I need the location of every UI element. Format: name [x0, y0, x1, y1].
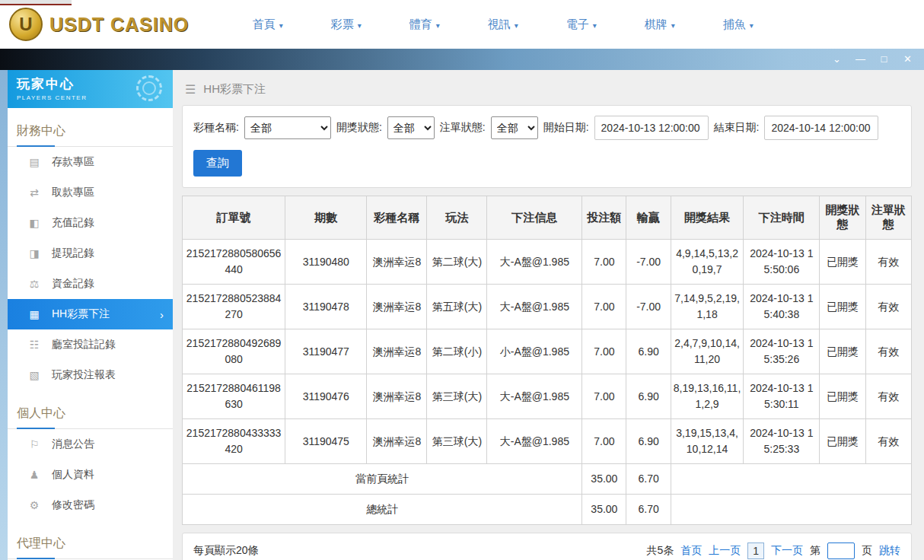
first-page-link[interactable]: 首页: [680, 544, 702, 558]
cell-draw-result: 7,14,9,5,2,19,1,18: [671, 285, 744, 329]
draw-status-select[interactable]: 全部: [387, 116, 435, 139]
cell-play-type: 第三球(大): [427, 419, 487, 464]
cell-bet-time: 2024-10-13 15:50:06: [744, 240, 820, 285]
sidebar-item-recharge-records[interactable]: ◧ 充值記錄: [8, 208, 173, 238]
cell-play-type: 第二球(大): [427, 240, 487, 285]
chevron-down-icon: ▾: [436, 21, 440, 30]
nav-item-lottery[interactable]: 彩票▾: [307, 18, 385, 32]
col-order-status: 注單狀態: [865, 196, 911, 240]
sidebar-item-cashout-records[interactable]: ◨ 提現記錄: [8, 238, 173, 269]
sidebar-item-fund-records[interactable]: ⚖ 資金記錄: [8, 269, 173, 299]
sidebar-item-profile[interactable]: ♟ 個人資料: [8, 460, 173, 490]
nav-item-video[interactable]: 視訊▾: [464, 18, 542, 32]
window-frame-left: [0, 70, 8, 560]
sidebar-item-label: 修改密碼: [52, 498, 94, 512]
table-row: 2152172880580656440 31190480 澳洲幸运8 第二球(大…: [183, 240, 912, 285]
cell-lottery-name: 澳洲幸运8: [367, 419, 427, 464]
sidebar-item-change-password[interactable]: ⚙ 修改密碼: [8, 490, 173, 520]
sidebar-item-player-bet-report[interactable]: ▧ 玩家投注報表: [8, 360, 173, 390]
end-date-input[interactable]: [764, 116, 878, 140]
start-date-input[interactable]: [594, 116, 709, 140]
table-header-row: 訂單號 期數 彩種名稱 玩法 下注信息 投注額 輸贏 開獎結果 下注時間 開獎狀…: [183, 196, 912, 240]
window-close-icon[interactable]: ✕: [896, 49, 919, 70]
cell-order-id: 2152172880461198630: [183, 374, 285, 419]
nav-item-home[interactable]: 首頁▾: [228, 18, 307, 32]
site-logo[interactable]: U USDT CASINO: [9, 8, 189, 41]
sidebar-item-withdraw[interactable]: ⇄ 取款專區: [8, 177, 173, 208]
sidebar-item-label: 廳室投註記錄: [52, 338, 116, 352]
cell-bet-info: 大-A盤@1.985: [487, 419, 582, 464]
sidebar-item-hall-bet-records[interactable]: ☷ 廳室投註記錄: [8, 329, 173, 360]
cell-bet-info: 大-A盤@1.985: [487, 285, 582, 329]
cell-period: 31190475: [285, 419, 367, 464]
sidebar-item-announcements[interactable]: ⚐ 消息公告: [8, 429, 173, 460]
cell-bet-amount: 7.00: [582, 419, 626, 464]
nav-item-sports[interactable]: 體育▾: [385, 18, 464, 32]
chevron-down-icon: ▾: [358, 21, 362, 30]
cell-play-type: 第二球(小): [427, 329, 487, 374]
cell-draw-result: 3,19,15,13,4,10,12,14: [671, 419, 744, 464]
current-page-indicator[interactable]: 1: [747, 542, 764, 559]
cell-bet-time: 2024-10-13 15:25:33: [744, 419, 820, 464]
cell-order-status: 有效: [865, 419, 911, 464]
sidebar-item-label: 消息公告: [52, 438, 94, 451]
jump-suffix-label: 页: [862, 544, 872, 558]
cell-order-status: 有效: [865, 329, 911, 374]
sidebar-item-hh-lottery-bets[interactable]: ▦ HH彩票下注 ›: [8, 299, 173, 329]
pagination-controls: 共5条 首页 上一页 1 下一页 第 页 跳转: [646, 542, 900, 559]
withdraw-icon: ⇄: [27, 186, 41, 199]
page-number-input[interactable]: [827, 542, 855, 559]
window-maximize-icon[interactable]: □: [872, 49, 896, 70]
page-summary-row: 當前頁統計 35.00 6.70: [183, 464, 912, 495]
cell-order-status: 有效: [865, 285, 911, 329]
chevron-down-icon: ▾: [671, 21, 675, 30]
cell-play-type: 第五球(大): [427, 285, 487, 329]
deposit-icon: ▤: [27, 156, 41, 168]
cell-winloss: -7.00: [626, 285, 671, 329]
cell-lottery-name: 澳洲幸运8: [367, 374, 427, 419]
cell-bet-amount: 7.00: [582, 374, 626, 419]
section-finance-center: 財務中心: [8, 116, 173, 147]
page-size-text: 每頁顯示20條: [193, 544, 259, 558]
cell-draw-status: 已開獎: [820, 374, 865, 419]
window-titlebar: ⌄ — □ ✕: [0, 49, 924, 70]
cell-order-status: 有效: [865, 374, 911, 419]
window-chevron-icon[interactable]: ⌄: [825, 49, 849, 70]
report-icon: ▧: [27, 369, 41, 381]
hamburger-icon[interactable]: ☰: [185, 82, 196, 97]
cell-order-id: 2152172880492689080: [183, 329, 285, 374]
col-draw-result: 開獎結果: [671, 196, 744, 240]
page-title: HH彩票下注: [203, 82, 266, 97]
search-button[interactable]: 查詢: [193, 150, 242, 177]
cell-bet-info: 大-A盤@1.985: [487, 240, 582, 285]
cell-draw-status: 已開獎: [820, 285, 865, 329]
cashout-icon: ◨: [27, 247, 41, 259]
lottery-icon: ▦: [27, 308, 41, 320]
col-bet-time: 下注時間: [744, 196, 820, 240]
end-date-label: 結束日期:: [714, 121, 760, 135]
nav-item-fishing[interactable]: 捕魚▾: [699, 18, 777, 32]
cell-bet-info: 小-A盤@1.985: [487, 329, 582, 374]
sidebar-item-label: 玩家投注報表: [52, 368, 116, 382]
page-summary-empty: [671, 464, 911, 495]
nav-item-slots[interactable]: 電子▾: [542, 18, 620, 32]
cell-period: 31190477: [285, 329, 367, 374]
next-page-link[interactable]: 下一页: [771, 544, 803, 558]
col-lottery-name: 彩種名稱: [367, 196, 427, 240]
site-topnav: U USDT CASINO 首頁▾ 彩票▾ 體育▾ 視訊▾ 電子▾ 棋牌▾ 捕魚…: [0, 0, 924, 49]
prev-page-link[interactable]: 上一页: [709, 544, 741, 558]
table-row: 2152172880492689080 31190477 澳洲幸运8 第二球(小…: [183, 329, 912, 374]
lottery-name-select[interactable]: 全部: [244, 116, 331, 139]
sidebar-item-deposit[interactable]: ▤ 存款專區: [8, 147, 173, 177]
cell-draw-status: 已開獎: [820, 240, 865, 285]
window-minimize-icon[interactable]: —: [849, 49, 872, 70]
window-body: 玩家中心 PLAYERS CENTER 財務中心 ▤ 存款專區 ⇄ 取款專區 ◧…: [0, 70, 924, 560]
cell-winloss: -7.00: [626, 240, 671, 285]
cell-winloss: 6.90: [626, 329, 671, 374]
jump-button[interactable]: 跳转: [879, 544, 900, 558]
nav-item-boardgames[interactable]: 棋牌▾: [620, 18, 699, 32]
poker-chip-inner-icon: [142, 81, 156, 95]
col-period: 期數: [285, 196, 367, 240]
order-status-select[interactable]: 全部: [491, 116, 538, 139]
cell-draw-result: 8,19,13,16,11,1,2,9: [671, 374, 744, 419]
